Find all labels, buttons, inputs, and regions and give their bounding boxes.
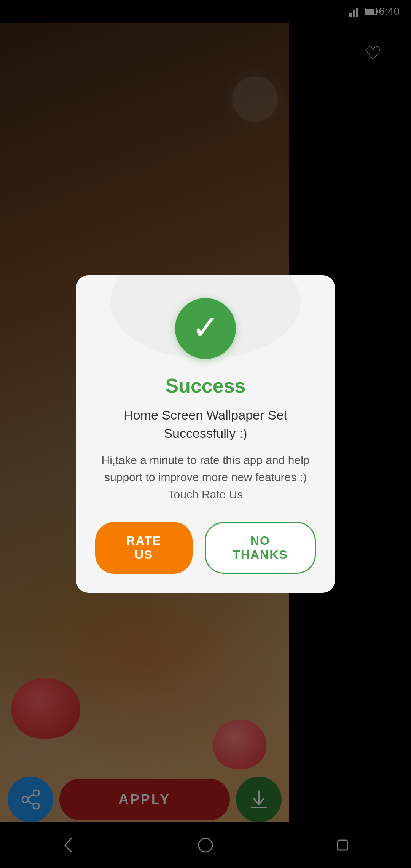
dialog-description: Hi,take a minute to rate this app and he…: [95, 452, 316, 503]
rate-us-button[interactable]: RATE US: [95, 522, 193, 574]
no-thanks-button[interactable]: NO THANKS: [205, 522, 316, 574]
dialog-subtitle: Home Screen Wallpaper Set Successfully :…: [95, 406, 316, 442]
success-icon-wrapper: ✓: [175, 298, 236, 359]
rate-us-button-label: RATE US: [118, 534, 170, 562]
modal-overlay: ✓ Success Home Screen Wallpaper Set Succ…: [0, 0, 411, 868]
checkmark-icon: ✓: [191, 310, 220, 345]
dialog-button-group: RATE US NO THANKS: [95, 522, 316, 574]
success-dialog: ✓ Success Home Screen Wallpaper Set Succ…: [76, 275, 335, 593]
dialog-title: Success: [165, 374, 245, 397]
no-thanks-button-label: NO THANKS: [225, 534, 296, 562]
